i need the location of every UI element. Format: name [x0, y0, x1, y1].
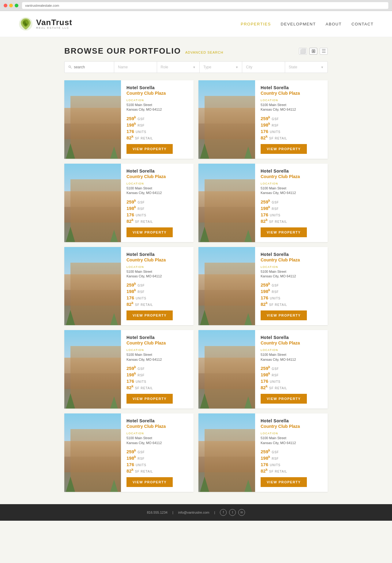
stat-label: Units — [270, 380, 281, 383]
stat-value: 176 — [126, 461, 134, 467]
url-bar[interactable]: vantrustrealestate.com — [22, 2, 388, 9]
stat-suffix: k — [266, 301, 268, 305]
search-field[interactable] — [65, 62, 114, 73]
stat-row: 176 Units — [261, 378, 322, 384]
stat-value: 82k — [126, 468, 134, 474]
property-image — [64, 330, 121, 409]
main-content: BROWSE OUR PORTFOLIO ADVANCED SEARCH ⬜ ⊞… — [58, 37, 334, 504]
grid-view-toggle[interactable]: ⊞ — [309, 48, 317, 55]
stat-label: Units — [136, 297, 146, 300]
stat-label: Units — [270, 214, 281, 217]
chevron-down-icon: ▼ — [235, 66, 238, 69]
view-property-button[interactable]: VIEW PROPERTY — [261, 477, 307, 487]
property-name: Country Club Plaza — [126, 424, 188, 429]
logo-area[interactable]: VanTrust REAL ESTATE LLC — [18, 17, 72, 31]
twitter-icon[interactable]: t — [229, 509, 236, 516]
stat-value: 82k — [261, 218, 268, 224]
view-property-button[interactable]: VIEW PROPERTY — [261, 310, 307, 320]
stat-label: SF Retail — [269, 470, 287, 473]
stat-row: 259k GSF — [126, 199, 188, 204]
nav-development[interactable]: DEVELOPMENT — [281, 22, 316, 26]
stat-value: 82k — [126, 384, 134, 390]
stats-grid: 259k GSF 198k RSF 176 Units 82k SF Retai… — [261, 448, 322, 474]
property-card: Hotel Sorella Country Club Plaza LOCATIO… — [198, 80, 328, 159]
property-hotel-name: Hotel Sorella — [261, 335, 322, 340]
property-info: Hotel Sorella Country Club Plaza LOCATIO… — [121, 247, 194, 325]
stat-value: 259k — [126, 365, 136, 371]
view-property-button[interactable]: VIEW PROPERTY — [126, 227, 173, 237]
stat-value: 176 — [126, 128, 134, 134]
view-property-button[interactable]: VIEW PROPERTY — [126, 310, 173, 320]
location-address: 5100 Main StreetKansas City, MO 64112 — [261, 103, 322, 112]
property-row: Hotel Sorella Country Club Plaza LOCATIO… — [64, 413, 328, 492]
property-hotel-name: Hotel Sorella — [126, 418, 188, 423]
property-card: Hotel Sorella Country Club Plaza LOCATIO… — [64, 164, 194, 242]
property-card: Hotel Sorella Country Club Plaza LOCATIO… — [198, 330, 328, 409]
property-image — [198, 164, 255, 242]
view-property-button[interactable]: VIEW PROPERTY — [126, 394, 173, 404]
view-property-button[interactable]: VIEW PROPERTY — [261, 227, 307, 237]
stat-row: 176 Units — [126, 128, 188, 134]
stat-suffix: k — [266, 384, 268, 388]
stat-row: 198k RSF — [261, 205, 322, 211]
stats-grid: 259k GSF 198k RSF 176 Units 82k SF Retai… — [126, 115, 188, 140]
filter-city[interactable]: City — [242, 62, 285, 73]
filter-type-label: Type — [203, 65, 211, 69]
stat-suffix: k — [268, 115, 270, 119]
filter-type[interactable]: Type ▼ — [200, 62, 242, 73]
filter-state[interactable]: State ▼ — [285, 62, 327, 73]
advanced-search-link[interactable]: ADVANCED SEARCH — [185, 51, 223, 54]
search-input[interactable] — [74, 65, 110, 69]
property-image — [198, 330, 255, 409]
stat-label: Units — [270, 297, 281, 300]
location-address: 5100 Main StreetKansas City, MO 64112 — [261, 436, 322, 445]
stat-value: 198k — [126, 122, 136, 127]
property-card: Hotel Sorella Country Club Plaza LOCATIO… — [64, 330, 194, 409]
linkedin-icon[interactable]: in — [238, 509, 245, 516]
filter-city-label: City — [246, 65, 252, 69]
property-name: Country Club Plaza — [126, 257, 188, 262]
filter-role[interactable]: Role ▼ — [157, 62, 200, 73]
view-property-button[interactable]: VIEW PROPERTY — [261, 394, 307, 404]
property-hotel-name: Hotel Sorella — [261, 418, 322, 423]
facebook-icon[interactable]: f — [220, 509, 227, 516]
stat-suffix: k — [266, 135, 268, 138]
stat-value: 198k — [261, 288, 270, 294]
stats-grid: 259k GSF 198k RSF 176 Units 82k SF Retai… — [261, 282, 322, 307]
stat-value: 176 — [126, 295, 134, 300]
chevron-down-icon: ▼ — [321, 66, 324, 69]
view-property-button[interactable]: VIEW PROPERTY — [126, 477, 173, 487]
property-hotel-name: Hotel Sorella — [261, 252, 322, 257]
stat-label: RSF — [138, 457, 145, 460]
location-address: 5100 Main StreetKansas City, MO 64112 — [261, 186, 322, 196]
main-nav: PROPERTIES DEVELOPMENT ABOUT CONTACT — [241, 22, 374, 26]
stat-row: 176 Units — [261, 295, 322, 300]
filter-name[interactable]: Name — [114, 62, 157, 73]
stat-row: 176 Units — [126, 461, 188, 467]
stat-row: 82k SF Retail — [126, 468, 188, 474]
nav-about[interactable]: ABOUT — [326, 22, 341, 26]
stat-suffix: k — [132, 218, 134, 222]
stat-row: 198k RSF — [261, 455, 322, 461]
property-image — [198, 80, 255, 159]
nav-properties[interactable]: PROPERTIES — [241, 22, 271, 26]
map-icon: ⬜ — [300, 48, 306, 54]
list-view-toggle[interactable]: ☰ — [320, 48, 328, 55]
location-label: LOCATION — [126, 265, 188, 268]
map-view-toggle[interactable]: ⬜ — [299, 48, 307, 55]
stats-grid: 259k GSF 198k RSF 176 Units 82k SF Retai… — [126, 282, 188, 307]
nav-contact[interactable]: CONTACT — [352, 22, 374, 26]
stat-label: RSF — [138, 290, 145, 294]
property-image — [64, 247, 121, 325]
location-label: LOCATION — [126, 182, 188, 185]
view-property-button[interactable]: VIEW PROPERTY — [126, 144, 173, 154]
stat-row: 82k SF Retail — [261, 218, 322, 224]
stat-value: 198k — [261, 205, 270, 211]
stat-label: SF Retail — [269, 303, 287, 306]
stat-label: GSF — [138, 201, 145, 204]
close-dot — [4, 4, 7, 7]
browser-chrome: vantrustrealestate.com — [0, 0, 392, 11]
property-hotel-name: Hotel Sorella — [126, 252, 188, 257]
page-wrapper: VanTrust REAL ESTATE LLC PROPERTIES DEVE… — [0, 11, 392, 563]
view-property-button[interactable]: VIEW PROPERTY — [261, 144, 307, 154]
